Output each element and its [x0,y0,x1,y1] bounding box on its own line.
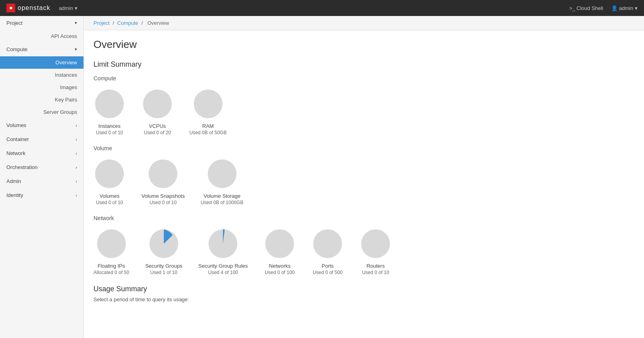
chart-item-networks: Networks Used 0 of 100 [264,228,296,275]
vcpus-label: VCPUs [149,123,166,129]
volume-snapshots-chart [147,158,179,190]
chart-item-volume-snapshots: Volume Snapshots Used 0 of 10 [141,158,185,205]
topbar: ■ openstack. admin ▾ >_ Cloud Shell 👤 ad… [0,0,644,16]
floating-ips-chart [95,228,127,260]
admin-dropdown[interactable]: admin ▾ [59,5,77,11]
sidebar-group-compute[interactable]: Compute ▾ [0,42,83,56]
svg-point-1 [143,89,172,118]
svg-point-6 [97,229,126,258]
sidebar-project-label: Project [6,20,22,26]
volume-subsection-title: Volume [93,145,634,151]
breadcrumb-compute[interactable]: Compute [117,20,138,26]
volumes-label: Volumes [99,193,119,199]
security-group-rules-sub: Used 4 of 100 [208,270,238,275]
limit-summary-title: Limit Summary [93,60,634,69]
sidebar-group-network[interactable]: Network › [0,146,83,160]
networks-chart [264,228,296,260]
content-area: Project / Compute / Overview Overview Li… [84,16,644,338]
breadcrumb-project[interactable]: Project [93,20,109,26]
usage-summary-section: Usage Summary Select a period of time to… [93,285,634,302]
security-group-rules-label: Security Group Rules [199,263,248,269]
admin-label: admin [59,5,73,11]
svg-point-5 [208,159,237,188]
chart-item-routers: Routers Used 0 of 10 [360,228,392,275]
security-groups-label: Security Groups [145,263,182,269]
sidebar-group-admin[interactable]: Admin › [0,174,83,188]
network-chevron: › [76,151,77,156]
instances-sub: Used 0 of 10 [96,130,123,135]
routers-sub: Used 0 of 10 [362,270,389,275]
usage-summary-title: Usage Summary [93,285,634,293]
sidebar-group-container[interactable]: Container › [0,132,83,146]
sidebar-item-instances[interactable]: Instances [0,69,83,81]
sidebar: Project ▾ API Access Compute ▾ Overview … [0,16,84,338]
ram-sub: Used 0B of 50GB [189,130,227,135]
admin-chevron: › [76,179,77,184]
sidebar-item-images[interactable]: Images [0,81,83,93]
breadcrumb-current: Overview [147,20,169,26]
sidebar-item-overview[interactable]: Overview [0,56,83,69]
sidebar-group-identity[interactable]: Identity › [0,188,83,202]
vcpus-sub: Used 0 of 20 [144,130,171,135]
topbar-right: >_ Cloud Shell 👤 admin ▾ [569,5,638,11]
svg-point-0 [95,89,124,118]
routers-label: Routers [366,263,385,269]
chart-item-floating-ips: Floating IPs Allocated 0 of 50 [93,228,129,275]
volume-chart-row: Volumes Used 0 of 10 Volume Snapshots Us… [93,158,634,205]
breadcrumb: Project / Compute / Overview [84,16,644,30]
user-chevron: ▾ [635,5,638,11]
sidebar-container-label: Container [6,136,29,142]
identity-chevron: › [76,193,77,198]
volume-snapshots-sub: Used 0 of 10 [149,200,177,205]
volumes-chart [93,158,125,190]
orchestration-chevron: › [76,165,77,170]
limit-summary-section: Limit Summary Compute Instances Used 0 o… [93,60,634,275]
sidebar-item-api-access[interactable]: API Access [0,30,83,42]
security-groups-chart [148,228,180,260]
sidebar-orchestration-label: Orchestration [6,164,38,170]
chart-item-ports: Ports Used 0 of 500 [312,228,344,275]
ports-label: Ports [322,263,334,269]
openstack-logo-icon: ■ [6,4,15,12]
routers-chart [360,228,392,260]
chart-item-security-groups: Security Groups Used 1 of 10 [145,228,182,275]
chart-item-instances: Instances Used 0 of 10 [93,88,125,135]
main-layout: Project ▾ API Access Compute ▾ Overview … [0,16,644,338]
network-subsection-title: Network [93,215,634,221]
security-group-rules-chart [207,228,239,260]
chart-item-vcpus: VCPUs Used 0 of 20 [141,88,173,135]
page-content: Overview Limit Summary Compute Instances… [84,30,644,310]
compute-subsection-title: Compute [93,75,634,82]
sidebar-item-key-pairs[interactable]: Key Pairs [0,93,83,106]
sidebar-volumes-label: Volumes [6,122,26,128]
vcpus-chart [141,88,173,120]
instances-label: Instances [98,123,121,129]
chart-item-volumes: Volumes Used 0 of 10 [93,158,125,205]
breadcrumb-sep1: / [113,20,115,26]
svg-point-4 [149,159,177,188]
admin-dropdown-chevron: ▾ [75,5,78,11]
svg-point-11 [361,229,390,258]
sidebar-admin-label: Admin [6,178,21,184]
sidebar-group-orchestration[interactable]: Orchestration › [0,160,83,174]
sidebar-identity-label: Identity [6,192,23,198]
network-chart-row: Floating IPs Allocated 0 of 50 Security … [93,228,634,275]
ram-label: RAM [202,123,214,129]
compute-chevron: ▾ [75,47,77,52]
floating-ips-label: Floating IPs [97,263,125,269]
breadcrumb-sep2: / [141,20,144,26]
sidebar-item-server-groups[interactable]: Server Groups [0,106,83,118]
volume-snapshots-label: Volume Snapshots [141,193,185,199]
admin-user-menu[interactable]: 👤 admin ▾ [611,5,638,11]
openstack-logo-text: openstack. [18,4,52,12]
volume-storage-chart [206,158,238,190]
ports-sub: Used 0 of 500 [313,270,343,275]
sidebar-group-volumes[interactable]: Volumes › [0,118,83,132]
sidebar-section-project: Project ▾ API Access Compute ▾ Overview … [0,16,83,202]
sidebar-group-project[interactable]: Project ▾ [0,16,83,30]
floating-ips-sub: Allocated 0 of 50 [93,270,129,275]
instances-chart [93,88,125,120]
networks-label: Networks [269,263,290,269]
security-groups-sub: Used 1 of 10 [150,270,177,275]
cloud-shell-link[interactable]: >_ Cloud Shell [569,5,603,11]
